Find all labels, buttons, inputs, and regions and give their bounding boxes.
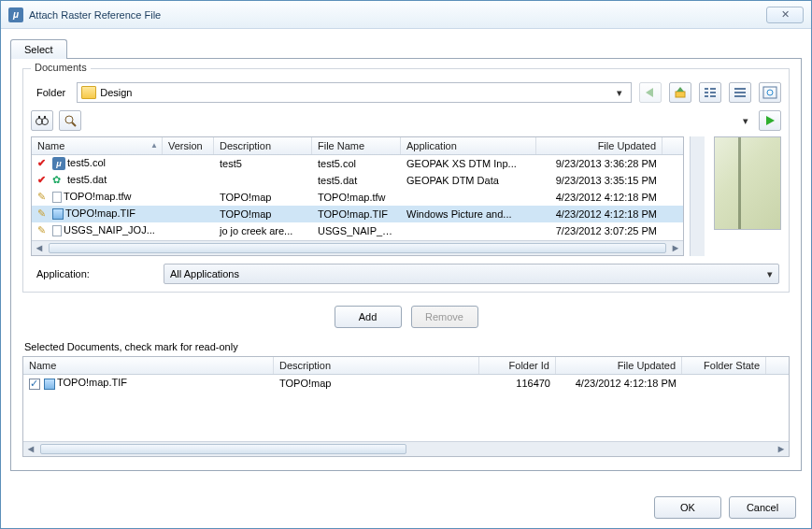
cell-version	[163, 179, 214, 182]
preview-thumbnail	[714, 136, 781, 230]
cell-state	[682, 381, 766, 385]
documents-group: Documents Folder Design ▾	[22, 68, 790, 293]
cell-name: TOPO!map.TIF	[57, 377, 127, 388]
svg-marker-20	[766, 116, 775, 125]
dialog-window: μ Attach Raster Reference File ✕ Select …	[0, 0, 812, 529]
readonly-checkbox[interactable]	[29, 379, 40, 390]
table-row[interactable]: TOPO!map.TIFTOPO!map1164704/23/2012 4:12…	[23, 375, 789, 392]
table-row[interactable]: ✔μtest5.coltest5test5.colGEOPAK XS DTM I…	[32, 155, 683, 172]
gear-icon: ✿	[52, 174, 65, 187]
table-row[interactable]: ✔✿test5.dattest5.datGEOPAK DTM Data9/23/…	[32, 172, 683, 189]
sel-col-updated[interactable]: File Updated	[556, 357, 682, 374]
search-binoculars-button[interactable]	[31, 110, 53, 131]
folder-label: Folder	[36, 87, 65, 98]
sel-col-state[interactable]: Folder State	[682, 357, 766, 374]
svg-rect-1	[676, 92, 685, 97]
cell-description: TOPO!map	[274, 376, 479, 391]
sel-col-folderid[interactable]: Folder Id	[479, 357, 556, 374]
col-version[interactable]: Version	[163, 137, 214, 154]
documents-legend: Documents	[31, 62, 91, 73]
application-combo[interactable]: All Applications ▾	[164, 264, 779, 284]
cell-name: test5.dat	[67, 174, 107, 185]
search-run-button[interactable]	[759, 110, 781, 131]
svg-point-13	[767, 90, 773, 95]
cell-version	[163, 195, 214, 199]
cell-version	[163, 212, 214, 216]
svg-point-18	[65, 116, 73, 123]
documents-vscrollbar[interactable]	[690, 136, 705, 256]
pencil-icon: ✎	[37, 191, 50, 204]
table-row[interactable]: ✎TOPO!map.TIFTOPO!mapTOPO!map.TIFWindows…	[32, 206, 683, 222]
cell-application: Windows Picture and...	[401, 207, 536, 222]
col-description[interactable]: Description	[214, 137, 312, 154]
cell-filename: TOPO!map.tfw	[312, 190, 401, 205]
cell-description	[214, 179, 312, 182]
cell-filename: TOPO!map.TIF	[312, 207, 401, 222]
add-button[interactable]: Add	[335, 306, 402, 328]
cell-name: test5.col	[67, 157, 106, 168]
sel-col-description[interactable]: Description	[274, 357, 479, 374]
selected-legend: Selected Documents, check mark for read-…	[24, 341, 790, 352]
application-label: Application:	[36, 268, 156, 279]
cell-filename: USGS_NAIP_J...	[312, 223, 401, 238]
cell-updated: 4/23/2012 4:12:18 PM	[536, 207, 662, 222]
pencil-icon: ✎	[37, 207, 50, 221]
cell-filename: test5.col	[312, 156, 401, 171]
cell-name: TOPO!map.tfw	[64, 191, 132, 202]
documents-table[interactable]: Name▲ Version Description File Name Appl…	[31, 136, 684, 256]
cell-updated: 7/23/2012 3:07:25 PM	[536, 223, 662, 238]
table-row[interactable]: ✎TOPO!map.tfwTOPO!mapTOPO!map.tfw4/23/20…	[32, 189, 683, 206]
svg-rect-12	[763, 87, 776, 98]
col-updated[interactable]: File Updated	[536, 137, 662, 154]
cell-version	[163, 229, 214, 233]
cancel-button[interactable]: Cancel	[729, 496, 796, 519]
view-list-button[interactable]	[699, 82, 721, 103]
image-icon	[44, 379, 55, 390]
svg-rect-3	[705, 88, 708, 90]
tabstrip: Select	[10, 38, 802, 58]
documents-headers[interactable]: Name▲ Version Description File Name Appl…	[32, 137, 683, 155]
document-icon	[52, 225, 62, 236]
svg-marker-2	[677, 87, 684, 92]
cell-description: jo jo creek are...	[214, 223, 312, 238]
cell-description: TOPO!map	[214, 190, 312, 205]
document-icon	[52, 192, 62, 203]
cell-name: USGS_NAIP_JOJ...	[64, 224, 155, 236]
folder-combo[interactable]: Design ▾	[77, 82, 632, 103]
remove-button[interactable]: Remove	[411, 306, 478, 328]
app-icon: μ	[8, 7, 23, 22]
cell-updated: 4/23/2012 4:12:18 PM	[536, 190, 662, 205]
svg-rect-9	[734, 88, 746, 90]
folder-icon	[81, 86, 96, 99]
col-name: Name▲	[32, 137, 163, 154]
window-title: Attach Raster Reference File	[29, 9, 766, 21]
search-dropdown-arrow[interactable]: ▾	[738, 115, 753, 127]
preview-toggle-button[interactable]	[759, 82, 781, 103]
col-filename[interactable]: File Name	[312, 137, 401, 154]
svg-rect-4	[705, 92, 708, 93]
selected-table[interactable]: Name Description Folder Id File Updated …	[22, 356, 790, 457]
selected-hscrollbar[interactable]: ◄►	[23, 441, 789, 456]
nav-back-button[interactable]	[639, 82, 662, 103]
sel-col-name[interactable]: Name	[23, 357, 274, 374]
cell-name: TOPO!map.TIF	[65, 207, 135, 219]
col-application[interactable]: Application	[401, 137, 536, 154]
svg-rect-17	[44, 116, 46, 119]
table-row[interactable]: ✎USGS_NAIP_JOJ...jo jo creek are...USGS_…	[32, 222, 683, 239]
chevron-down-icon: ▾	[612, 87, 627, 99]
documents-hscrollbar[interactable]: ◄►	[32, 240, 683, 255]
titlebar[interactable]: μ Attach Raster Reference File ✕	[1, 1, 811, 29]
application-value: All Applications	[170, 268, 239, 279]
view-details-button[interactable]	[729, 82, 751, 103]
nav-up-button[interactable]	[669, 82, 691, 103]
ok-button[interactable]: OK	[654, 496, 721, 519]
selected-headers[interactable]: Name Description Folder Id File Updated …	[23, 357, 789, 375]
check-icon: ✔	[37, 174, 50, 187]
svg-rect-7	[710, 92, 716, 93]
cell-version	[163, 162, 214, 165]
close-button[interactable]: ✕	[766, 7, 804, 23]
cell-application	[401, 229, 536, 233]
tab-select[interactable]: Select	[10, 39, 67, 59]
search-magnifier-button[interactable]	[59, 110, 81, 131]
svg-rect-16	[38, 116, 40, 119]
